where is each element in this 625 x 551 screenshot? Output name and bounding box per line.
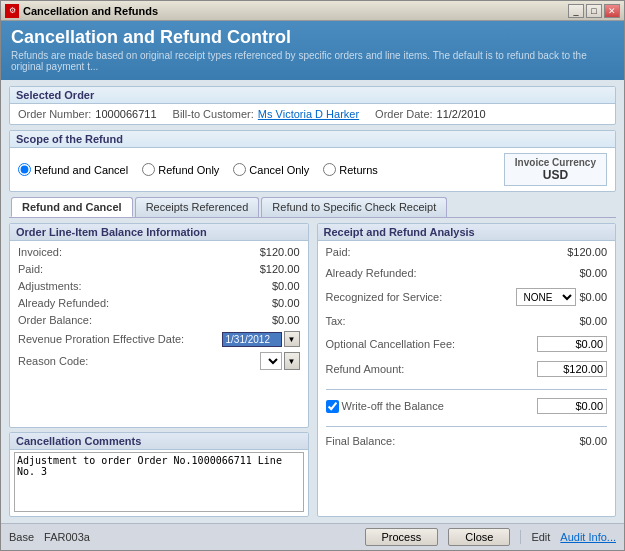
scope-inner: Refund and Cancel Refund Only Cancel Onl…: [18, 163, 486, 176]
order-balance-row: Order Balance: $0.00: [18, 314, 300, 326]
already-refunded-label-left: Already Refunded:: [18, 297, 109, 309]
footer-right: Process Close Edit Audit Info...: [365, 528, 617, 546]
main-window: ⚙ Cancellation and Refunds _ □ ✕ Cancell…: [0, 0, 625, 551]
paid-value-right: $120.00: [567, 246, 607, 258]
revenue-proration-row: Revenue Proration Effective Date: ▼: [18, 331, 300, 347]
reason-code-row: Reason Code: ▼: [18, 352, 300, 370]
writeoff-checkbox-group: Write-off the Balance: [326, 400, 444, 413]
window-title: Cancellation and Refunds: [23, 5, 158, 17]
refund-amount-row: Refund Amount:: [326, 361, 608, 377]
bill-to-value[interactable]: Ms Victoria D Harker: [258, 108, 359, 120]
radio-returns-input[interactable]: [323, 163, 336, 176]
selected-order-section: Selected Order Order Number: 1000066711 …: [9, 86, 616, 125]
writeoff-input[interactable]: [537, 398, 607, 414]
order-balance-label: Order Balance:: [18, 314, 92, 326]
final-balance-value: $0.00: [579, 435, 607, 447]
content-area: Cancellation and Refund Control Refunds …: [1, 21, 624, 550]
invoice-currency-value: USD: [515, 168, 596, 182]
tabs-row: Refund and Cancel Receipts Referenced Re…: [9, 197, 616, 218]
reason-field: ▼: [260, 352, 300, 370]
final-balance-label: Final Balance:: [326, 435, 396, 447]
header-section: Cancellation and Refund Control Refunds …: [1, 21, 624, 80]
selected-order-header: Selected Order: [10, 87, 615, 104]
already-refunded-value-left: $0.00: [272, 297, 300, 309]
right-panel: Receipt and Refund Analysis Paid: $120.0…: [317, 223, 617, 517]
tab-refund-and-cancel[interactable]: Refund and Cancel: [11, 197, 133, 217]
order-balance-content: Invoiced: $120.00 Paid: $120.00 Adjustme…: [10, 241, 308, 375]
invoiced-row: Invoiced: $120.00: [18, 246, 300, 258]
recognized-select[interactable]: NONE: [516, 288, 576, 306]
radio-refund-only-input[interactable]: [142, 163, 155, 176]
footer-divider: [520, 530, 521, 544]
receipt-refund-section: Receipt and Refund Analysis Paid: $120.0…: [317, 223, 617, 517]
audit-info-link[interactable]: Audit Info...: [560, 531, 616, 543]
invoiced-value: $120.00: [260, 246, 300, 258]
tax-label: Tax:: [326, 315, 346, 327]
reason-dropdown-button[interactable]: ▼: [284, 352, 300, 370]
refund-amount-input[interactable]: [537, 361, 607, 377]
comments-textarea[interactable]: Adjustment to order Order No.1000066711 …: [14, 452, 304, 512]
order-date-label: Order Date:: [375, 108, 432, 120]
reason-code-select[interactable]: [260, 352, 282, 370]
radio-cancel-only-input[interactable]: [233, 163, 246, 176]
edit-link[interactable]: Edit: [531, 531, 550, 543]
recognized-label: Recognized for Service:: [326, 291, 443, 303]
radio-refund-and-cancel[interactable]: Refund and Cancel: [18, 163, 128, 176]
already-refunded-value-right: $0.00: [579, 267, 607, 279]
order-number-field: Order Number: 1000066711: [18, 108, 157, 120]
adjustments-row: Adjustments: $0.00: [18, 280, 300, 292]
scope-header: Scope of the Refund: [10, 131, 615, 148]
radio-cancel-only[interactable]: Cancel Only: [233, 163, 309, 176]
writeoff-row: Write-off the Balance: [326, 398, 608, 414]
date-input[interactable]: [222, 332, 282, 347]
recognized-value: $0.00: [579, 291, 607, 303]
adjustments-value: $0.00: [272, 280, 300, 292]
invoice-currency-box: Invoice Currency USD: [504, 153, 607, 186]
tab-refund-to-specific[interactable]: Refund to Specific Check Receipt: [261, 197, 447, 217]
already-refunded-row-right: Already Refunded: $0.00: [326, 267, 608, 279]
adjustments-label: Adjustments:: [18, 280, 82, 292]
paid-row-left: Paid: $120.00: [18, 263, 300, 275]
cancellation-comments-header: Cancellation Comments: [10, 433, 308, 450]
title-bar-left: ⚙ Cancellation and Refunds: [5, 4, 158, 18]
radio-cancel-only-label: Cancel Only: [249, 164, 309, 176]
already-refunded-label-right: Already Refunded:: [326, 267, 417, 279]
receipt-refund-content: Paid: $120.00 Already Refunded: $0.00 Re…: [318, 241, 616, 456]
scope-section: Scope of the Refund Refund and Cancel Re…: [9, 130, 616, 192]
process-button[interactable]: Process: [365, 528, 439, 546]
cancellation-fee-input[interactable]: [537, 336, 607, 352]
radio-returns-label: Returns: [339, 164, 378, 176]
writeoff-checkbox[interactable]: [326, 400, 339, 413]
title-bar: ⚙ Cancellation and Refunds _ □ ✕: [1, 1, 624, 21]
page-title: Cancellation and Refund Control: [11, 27, 614, 48]
reason-code-label: Reason Code:: [18, 355, 88, 367]
revenue-proration-label: Revenue Proration Effective Date:: [18, 333, 184, 345]
tab-receipts-referenced[interactable]: Receipts Referenced: [135, 197, 260, 217]
radio-refund-cancel-input[interactable]: [18, 163, 31, 176]
invoice-currency-label: Invoice Currency: [515, 157, 596, 168]
already-refunded-row-left: Already Refunded: $0.00: [18, 297, 300, 309]
order-number-value: 1000066711: [95, 108, 156, 120]
footer-base-label: Base: [9, 531, 34, 543]
invoiced-label: Invoiced:: [18, 246, 62, 258]
close-button[interactable]: ✕: [604, 4, 620, 18]
divider-line-2: [326, 426, 608, 427]
radio-refund-only-label: Refund Only: [158, 164, 219, 176]
recognized-field: NONE $0.00: [516, 288, 607, 306]
paid-label-right: Paid:: [326, 246, 351, 258]
order-date-value: 11/2/2010: [437, 108, 486, 120]
radio-refund-cancel-label: Refund and Cancel: [34, 164, 128, 176]
radio-refund-only[interactable]: Refund Only: [142, 163, 219, 176]
bill-to-field: Bill-to Customer: Ms Victoria D Harker: [173, 108, 360, 120]
footer-base-value: FAR003a: [44, 531, 90, 543]
page-subtitle: Refunds are made based on original recei…: [11, 50, 614, 72]
date-picker-button[interactable]: ▼: [284, 331, 300, 347]
radio-returns[interactable]: Returns: [323, 163, 378, 176]
writeoff-label: Write-off the Balance: [342, 400, 444, 412]
minimize-button[interactable]: _: [568, 4, 584, 18]
order-number-label: Order Number:: [18, 108, 91, 120]
two-columns: Order Line-Item Balance Information Invo…: [9, 223, 616, 517]
close-button-footer[interactable]: Close: [448, 528, 510, 546]
restore-button[interactable]: □: [586, 4, 602, 18]
date-field: ▼: [222, 331, 300, 347]
